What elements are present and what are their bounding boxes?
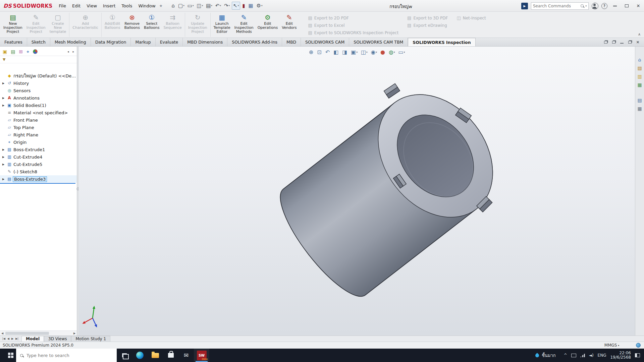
tree-item-cut-extrude4[interactable]: ▶ ▥ Cut-Extrude4 [0,153,77,161]
tab-mbd-dimensions[interactable]: MBD Dimensions [183,38,227,46]
tab-evaluate[interactable]: Evaluate [156,38,183,46]
appearances-scenes-icon[interactable] [637,90,642,95]
solidworks-resources-icon[interactable]: ⌂ [638,57,641,63]
undo-icon[interactable]: ↶ ▾ [214,2,222,9]
model-tab-scroll-last-icon[interactable]: ▶| [14,337,19,340]
print-icon[interactable]: ▤ ▾ [205,2,213,9]
store-icon[interactable] [163,349,178,362]
save-icon[interactable]: ◫ ▾ [196,2,204,9]
solidworks-app-icon[interactable]: SW 2024 [194,349,209,362]
volume-icon[interactable]: ◄) [589,353,594,358]
tray-screen-icon[interactable] [571,354,576,357]
pack-and-go-icon[interactable]: ▦ [637,106,642,112]
search-scope-icon[interactable]: ▶ [521,3,528,9]
design-library-icon[interactable]: ▤ [637,65,642,71]
hide-show-items-icon[interactable]: ◉ ▾ [370,48,378,56]
tab-motion-study-1[interactable]: Motion Study 1 [71,336,110,342]
tree-item-annotations[interactable]: ▶ A Annotations [0,94,77,102]
edit-inspection-methods-button[interactable]: ✎ Edit Inspection Methods [232,13,256,37]
view-settings-icon[interactable]: ▭ ▾ [397,48,406,56]
display-style-icon[interactable]: ◫ ▾ [360,48,369,56]
section-view-icon[interactable]: ◧ [332,48,340,56]
zoom-to-fit-icon[interactable]: ⊕ [308,48,315,56]
doc-restore-icon[interactable] [627,40,633,45]
redo-icon[interactable]: ↷ ▾ [223,2,231,9]
start-button[interactable] [0,349,16,362]
tree-expand-icon[interactable]: ▶ [2,178,6,181]
model-tab-scroll-prev-icon[interactable]: ◀ [6,337,10,340]
viewport-canvas[interactable] [79,47,635,336]
minimize-button[interactable] [610,2,619,10]
scroll-right-icon[interactable]: ▶ [72,332,77,335]
select-balloons-button[interactable]: ① Select Balloons [142,13,162,37]
taskbar-search-input[interactable] [26,353,113,358]
tab-solidworks-inspection[interactable]: SOLIDWORKS Inspection [408,38,475,46]
search-icon[interactable] [581,4,584,7]
previous-view-icon[interactable]: ↶ [324,48,331,56]
tab-mesh-modeling[interactable]: Mesh Modeling [50,38,91,46]
file-explorer-icon[interactable] [148,349,163,362]
tab-markup[interactable]: Markup [131,38,155,46]
tab-3d-views[interactable]: 3D Views [44,336,71,342]
apply-scene-icon[interactable]: ◍ ▾ [388,48,396,56]
remove-balloons-button[interactable]: ⊗ Remove Balloons [122,13,142,37]
weather-widget[interactable]: ชื้นมาก [531,349,559,362]
tab-model[interactable]: Model [21,336,44,342]
tree-expand-icon[interactable]: ▶ [2,97,6,100]
action-center-icon[interactable] [635,353,640,357]
doc-cascade-window-icon[interactable] [611,40,616,45]
tab-data-migration[interactable]: Data Migration [91,38,131,46]
tree-item-origin[interactable]: ⌖ Origin [0,138,77,146]
network-icon[interactable] [580,354,585,357]
tree-item-part-root[interactable]: ◆ กรอบใหญ่w (Default) <<Default>_Displ [0,72,77,79]
edit-appearance-icon[interactable]: ● [379,48,386,56]
tree-expand-icon[interactable]: ▶ [2,104,6,107]
web-help-globe-icon[interactable] [636,343,641,348]
open-icon[interactable]: ▭ ▾ [186,2,195,9]
doc-float-window-icon[interactable] [603,40,608,45]
dimxpertmanager-tab-icon[interactable]: ⌖ [26,49,29,54]
zoom-to-area-icon[interactable]: ⊡ [316,48,323,56]
menu-edit[interactable]: Edit [69,2,84,10]
menu-tools[interactable]: Tools [118,2,135,10]
scrollbar-thumb[interactable] [5,332,49,335]
red-indicator-icon[interactable]: ▮ [241,2,246,9]
model-tab-scroll-next-icon[interactable]: ▶ [10,337,14,340]
sheet-icon[interactable]: ▦ [247,2,254,9]
tree-item-right-plane[interactable]: ▱ Right Plane [0,131,77,138]
edit-operations-button[interactable]: ⚙ Edit Operations [256,13,280,37]
units-selector[interactable]: MMGS ▴ [604,343,619,348]
tree-expand-icon[interactable]: ▶ [2,156,6,159]
search-caret-icon[interactable]: ▾ [585,5,587,7]
tree-expand-icon[interactable]: ▶ [2,148,6,151]
tab-mbd[interactable]: MBD [282,38,301,46]
menu-file[interactable]: File [56,2,69,10]
tab-solidworks-cam-tbm[interactable]: SOLIDWORKS CAM TBM [349,38,408,46]
pin-icon[interactable]: ★ [159,4,163,8]
featuremanager-tab-icon[interactable]: ▣ [3,49,7,54]
select-cursor-icon[interactable]: ↖ ▾ [232,2,240,10]
menu-view[interactable]: View [84,2,100,10]
doc-minimize-icon[interactable] [619,40,625,45]
home-icon[interactable]: ⌂ [171,2,176,9]
configurationmanager-tab-icon[interactable]: ⊞ [19,49,23,54]
panel-tab-next-icon[interactable]: ▸ [72,49,74,54]
tree-item-sensors[interactable]: ◎ Sensors [0,87,77,94]
close-button[interactable]: ✕ [634,2,643,10]
edge-icon[interactable] [132,349,148,362]
filter-funnel-icon[interactable]: ▼ [3,57,5,62]
3d-drawing-view-icon[interactable]: ◨ [341,48,348,56]
search-commands-input[interactable] [533,4,579,8]
tree-item-history[interactable]: ▶ ↺ History [0,79,77,87]
propertymanager-tab-icon[interactable]: ▤ [11,49,15,54]
view-palette-icon[interactable]: ▦ [637,82,642,88]
tree-item-front-plane[interactable]: ▱ Front Plane [0,116,77,124]
tree-item-material[interactable]: ≡ Material <not specified> [0,109,77,116]
doc-close-icon[interactable]: ✕ [635,40,641,45]
task-view-icon[interactable] [117,349,132,362]
tab-solidworks-add-ins[interactable]: SOLIDWORKS Add-Ins [227,38,282,46]
tree-item-boss-extrude1[interactable]: ▶ ▤ Boss-Extrude1 [0,146,77,153]
tray-chevron-icon[interactable]: ^ [564,353,567,358]
tree-item-cut-extrude5[interactable]: ▶ ▥ Cut-Extrude5 [0,161,77,168]
new-document-icon[interactable]: ▢ ▾ [177,2,185,9]
